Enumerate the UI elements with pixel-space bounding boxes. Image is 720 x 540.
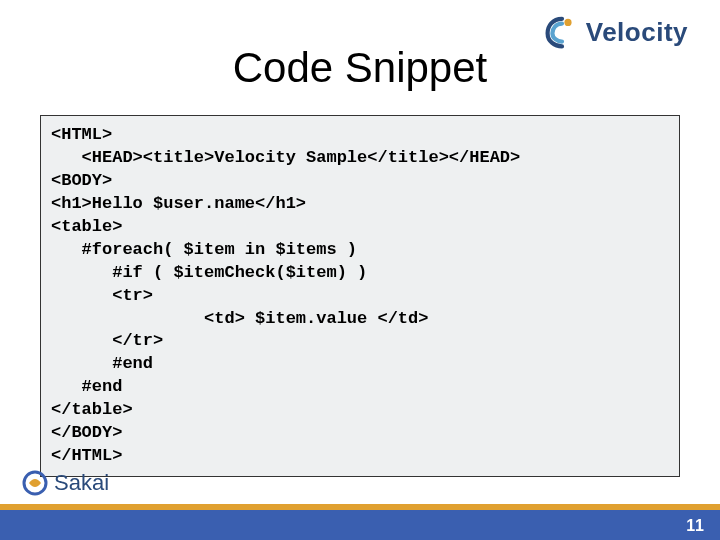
code-snippet-box: <HTML> <HEAD><title>Velocity Sample</tit… [40,115,680,477]
sakai-logo: Sakai [20,468,109,498]
slide: Velocity Code Snippet <HTML> <HEAD><titl… [0,0,720,540]
sakai-wordmark: Sakai [54,470,109,496]
velocity-wordmark: Velocity [586,17,688,48]
footer-bar: 11 [0,510,720,540]
svg-point-0 [564,19,571,26]
page-number: 11 [686,517,704,535]
sakai-mark-icon [20,468,50,498]
slide-title: Code Snippet [0,44,720,92]
